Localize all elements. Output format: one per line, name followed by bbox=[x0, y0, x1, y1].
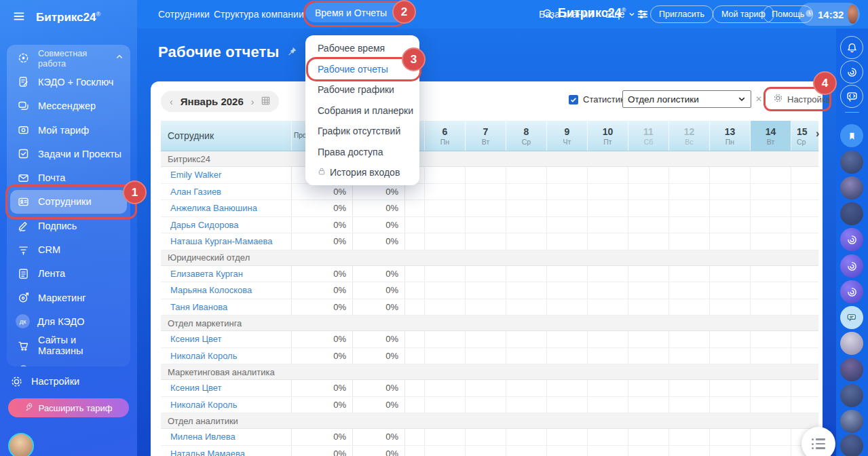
employee-row[interactable]: Алан Газиев0%0% bbox=[161, 184, 818, 201]
upgrade-plan-button[interactable]: Расширить тариф bbox=[8, 398, 129, 417]
day-cell bbox=[425, 282, 466, 299]
sidebar-item-settings[interactable]: Настройки bbox=[9, 374, 79, 389]
employee-name-link[interactable]: Ксения Цвет bbox=[161, 380, 292, 396]
menu-item-5[interactable]: График отсутствий bbox=[305, 121, 419, 142]
employee-row[interactable]: Дарья Сидорова0%0% bbox=[161, 217, 818, 234]
next-month-arrow[interactable]: › bbox=[251, 97, 254, 107]
employee-row[interactable]: Ксения Цвет0%0% bbox=[161, 380, 818, 397]
statistics-checkbox[interactable] bbox=[569, 95, 578, 104]
statistics-toggle[interactable]: Статистика bbox=[569, 94, 629, 104]
sliders-icon[interactable] bbox=[637, 9, 649, 22]
sidebar-item-mail[interactable]: Почта bbox=[7, 166, 130, 189]
clear-filter-icon[interactable]: ✕ bbox=[755, 94, 762, 104]
avatar[interactable] bbox=[840, 151, 863, 174]
copilot-icon[interactable] bbox=[840, 280, 863, 303]
employee-name-link[interactable]: Елизавета Курган bbox=[161, 266, 292, 282]
employee-name-link[interactable]: Анжелика Ванюшина bbox=[161, 200, 292, 216]
employee-name-link[interactable]: Марьяна Колоскова bbox=[161, 282, 292, 299]
employee-name-link[interactable]: Николай Король bbox=[161, 348, 292, 364]
employee-row[interactable]: Марьяна Колоскова0%0% bbox=[161, 282, 818, 299]
column-header-day-8[interactable]: 8Ср bbox=[506, 121, 547, 151]
copilot-icon[interactable] bbox=[840, 254, 863, 278]
sidebar-item-tasks[interactable]: Задачи и Проекты bbox=[7, 142, 130, 166]
employee-row[interactable]: Ксения Цвет0%0% bbox=[161, 331, 818, 348]
employee-row[interactable]: Наташа Курган-Мамаева0%0% bbox=[161, 233, 818, 250]
column-header-day-6[interactable]: 6Пн bbox=[425, 121, 466, 151]
employee-name-link[interactable]: Дарья Сидорова bbox=[161, 217, 292, 233]
sidebar-item-dk[interactable]: дкДля КЭДО bbox=[7, 309, 130, 333]
employee-name-link[interactable]: Николай Король bbox=[161, 397, 292, 413]
sidebar-item-feed[interactable]: Лента bbox=[7, 262, 130, 286]
quick-list-button[interactable] bbox=[801, 427, 835, 456]
chat-icon[interactable] bbox=[840, 306, 863, 329]
employee-row[interactable]: Анжелика Ванюшина0%0% bbox=[161, 200, 818, 217]
employee-name-link[interactable]: Наташа Курган-Мамаева bbox=[161, 233, 292, 250]
bookmark-icon[interactable] bbox=[840, 124, 863, 147]
invite-button[interactable]: Пригласить bbox=[650, 5, 713, 23]
tab-company-structure[interactable]: Структура компании bbox=[214, 0, 304, 28]
sidebar-group-collaboration[interactable]: Совместная работа bbox=[7, 46, 130, 70]
employee-name-link[interactable]: Милена Ивлева bbox=[161, 429, 292, 445]
employee-row[interactable]: Елизавета Курган0%0% bbox=[161, 266, 818, 283]
employee-row[interactable]: Николай Король0%0% bbox=[161, 397, 818, 414]
brand-logo[interactable]: Битрикс24® bbox=[558, 6, 626, 20]
copilot-icon[interactable] bbox=[840, 60, 863, 83]
prev-month-arrow[interactable]: ‹ bbox=[170, 97, 173, 107]
employee-name-link[interactable]: Таня Иванова bbox=[161, 299, 292, 316]
column-header-day-12[interactable]: 12Вс bbox=[669, 121, 710, 151]
calendar-grid-icon[interactable] bbox=[261, 96, 270, 107]
employee-name-link[interactable]: Emily Walker bbox=[161, 167, 292, 183]
sidebar-item-crm[interactable]: CRM bbox=[7, 238, 130, 261]
scroll-right-arrow[interactable]: › bbox=[816, 128, 819, 140]
work-time-widget[interactable]: 14:32 bbox=[799, 3, 860, 26]
sidebar-item-tariff[interactable]: Мой тариф bbox=[7, 118, 130, 142]
sidebar-item-signature[interactable]: Подпись bbox=[7, 214, 130, 238]
bell-icon[interactable] bbox=[840, 36, 863, 59]
employee-name-link[interactable]: Ксения Цвет bbox=[161, 331, 292, 347]
menu-item-4[interactable]: Собрания и планерки bbox=[305, 100, 419, 121]
avatar[interactable] bbox=[840, 176, 863, 200]
menu-toggle-icon[interactable] bbox=[12, 10, 26, 26]
employee-row[interactable]: Николай Король0%0% bbox=[161, 348, 818, 365]
sidebar-item-cart[interactable]: Сайты и Магазины bbox=[7, 334, 130, 358]
avatar[interactable] bbox=[840, 202, 863, 225]
avatar[interactable] bbox=[840, 434, 863, 456]
avatar[interactable] bbox=[840, 410, 863, 433]
sidebar-item-messenger[interactable]: Мессенджер bbox=[7, 94, 130, 118]
sidebar-logo[interactable]: Битрикс24® bbox=[36, 11, 100, 24]
column-header-day-11[interactable]: 11Сб bbox=[628, 121, 669, 151]
rail-divider bbox=[845, 112, 859, 113]
sidebar-item-marketing[interactable]: Маркетинг bbox=[7, 286, 130, 309]
employee-row[interactable]: Emily Walker0%0% bbox=[161, 167, 818, 184]
column-header-day-14[interactable]: 14Вт bbox=[751, 121, 791, 151]
chat-sync-icon[interactable] bbox=[840, 85, 863, 108]
search-icon[interactable] bbox=[542, 7, 554, 23]
avatar[interactable] bbox=[840, 384, 863, 407]
sidebar-item-cut[interactable] bbox=[7, 358, 130, 366]
column-header-day-10[interactable]: 10Пт bbox=[588, 121, 628, 151]
column-header-day-9[interactable]: 9Чт bbox=[547, 121, 588, 151]
sidebar-item-document-sign[interactable]: КЭДО + Госключ bbox=[7, 70, 130, 94]
employee-row[interactable]: Таня Иванова0%0% bbox=[161, 299, 818, 316]
employee-row[interactable]: Наталья Мамаева0%0% bbox=[161, 446, 818, 456]
column-header-day-13[interactable]: 13Пн bbox=[710, 121, 751, 151]
employee-row[interactable]: Милена Ивлева0%0% bbox=[161, 429, 818, 446]
employee-name-link[interactable]: Наталья Мамаева bbox=[161, 446, 292, 456]
column-header-day-7[interactable]: 7Вт bbox=[466, 121, 506, 151]
copilot-icon[interactable] bbox=[840, 228, 863, 251]
column-header-day-15[interactable]: 15Ср bbox=[791, 121, 818, 151]
avatar[interactable] bbox=[840, 358, 863, 381]
user-avatar[interactable] bbox=[848, 5, 858, 24]
menu-item-3[interactable]: Рабочие графики bbox=[305, 79, 419, 100]
menu-item-7[interactable]: История входов bbox=[305, 162, 419, 183]
tab-employees[interactable]: Сотрудники bbox=[158, 0, 210, 28]
day-cell bbox=[710, 331, 751, 347]
employee-name-link[interactable]: Алан Газиев bbox=[161, 184, 292, 200]
department-select[interactable]: Отдел логистики bbox=[622, 90, 751, 108]
cat-avatar[interactable] bbox=[840, 332, 863, 355]
period-selector[interactable]: ‹ Январь 2026 › bbox=[161, 91, 279, 112]
menu-item-6[interactable]: Права доступа bbox=[305, 142, 419, 163]
sidebar-user-avatar[interactable] bbox=[8, 433, 34, 456]
pin-icon[interactable] bbox=[286, 43, 297, 61]
sidebar-item-employees[interactable]: Сотрудники bbox=[10, 190, 127, 214]
